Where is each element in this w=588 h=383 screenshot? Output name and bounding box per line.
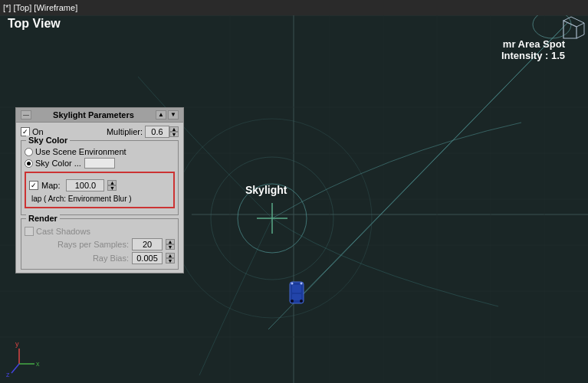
skylight-parameters-panel: — Skylight Parameters ▲ ▼ On Multiplier:… xyxy=(15,107,184,273)
sky-color-title: Sky Color xyxy=(26,136,70,145)
svg-point-20 xyxy=(211,157,333,280)
sky-color-swatch[interactable] xyxy=(84,158,115,169)
sky-color-row: Sky Color ... xyxy=(25,158,175,169)
map-spinner[interactable]: ▲ ▼ xyxy=(107,180,117,191)
cast-shadows-text: Cast Shadows xyxy=(36,227,90,236)
render-title: Render xyxy=(26,214,60,223)
cast-shadows-row: Cast Shadows xyxy=(25,227,175,236)
multiplier-up[interactable]: ▲ xyxy=(169,126,179,132)
ray-bias-up[interactable]: ▲ xyxy=(166,253,175,258)
multiplier-input[interactable]: 0.6 xyxy=(145,126,169,138)
skylight-label: Skylight xyxy=(245,184,287,196)
panel-titlebar: — Skylight Parameters ▲ ▼ xyxy=(16,108,183,123)
panel-minimize-btn[interactable]: — xyxy=(21,110,31,119)
svg-rect-25 xyxy=(292,285,301,293)
ray-bias-input[interactable]: 0.005 xyxy=(132,252,163,264)
multiplier-down[interactable]: ▼ xyxy=(169,132,179,137)
panel-down-btn[interactable]: ▼ xyxy=(168,110,179,119)
svg-rect-26 xyxy=(292,294,301,300)
view-title: Top View xyxy=(8,17,61,31)
svg-point-21 xyxy=(172,119,372,318)
rays-per-samples-label: Rays per Samples: xyxy=(57,240,129,249)
svg-line-42 xyxy=(577,34,584,38)
render-content: Cast Shadows Rays per Samples: 20 ▲ ▼ Ra… xyxy=(25,227,175,264)
svg-text:z: z xyxy=(6,371,10,378)
map-group: Map: 100.0 ▲ ▼ lap ( Arch: Environment B… xyxy=(25,172,175,208)
sky-color-radio[interactable] xyxy=(25,159,33,168)
svg-line-17 xyxy=(268,23,567,329)
svg-point-27 xyxy=(291,300,294,303)
spot-label-line1: mr Area Spot xyxy=(503,38,565,50)
use-scene-env-text: Use Scene Environment xyxy=(35,147,126,156)
top-bar: [*] [Top] [Wireframe] xyxy=(0,0,588,15)
map-down[interactable]: ▼ xyxy=(107,185,117,191)
render-group: Render Cast Shadows Rays per Samples: 20… xyxy=(21,218,179,270)
spot-label: mr Area Spot Intensity : 1.5 xyxy=(501,38,565,61)
svg-point-28 xyxy=(300,300,303,303)
cast-shadows-checkbox[interactable] xyxy=(25,227,34,236)
multiplier-spinner[interactable]: ▲ ▼ xyxy=(169,126,179,137)
rays-per-samples-row: Rays per Samples: 20 ▲ ▼ xyxy=(25,238,175,250)
panel-up-btn[interactable]: ▲ xyxy=(156,110,166,119)
ray-bias-label: Ray Bias: xyxy=(93,254,129,263)
map-label-row: lap ( Arch: Environment Blur ) xyxy=(29,194,170,204)
multiplier-label: Multiplier: xyxy=(107,127,143,136)
cast-shadows-label[interactable]: Cast Shadows xyxy=(25,227,90,236)
ray-bias-spinner[interactable]: ▲ ▼ xyxy=(166,253,175,264)
svg-marker-37 xyxy=(563,21,577,38)
svg-point-29 xyxy=(291,283,294,285)
panel-title: Skylight Parameters xyxy=(53,110,134,119)
svg-text:y: y xyxy=(15,340,19,348)
spot-label-line2: Intensity : 1.5 xyxy=(501,50,565,61)
use-scene-env-radio[interactable] xyxy=(25,148,33,156)
top-bar-label: [*] [Top] [Wireframe] xyxy=(3,3,77,12)
ray-bias-row: Ray Bias: 0.005 ▲ ▼ xyxy=(25,252,175,264)
svg-rect-24 xyxy=(290,282,304,303)
svg-line-16 xyxy=(299,23,567,299)
svg-point-30 xyxy=(301,283,303,285)
panel-controls: ▲ ▼ xyxy=(156,110,179,119)
sky-color-content: Use Scene Environment Sky Color ... xyxy=(25,147,175,208)
sky-color-group: Sky Color Use Scene Environment Sky Colo… xyxy=(21,140,179,215)
map-value-input[interactable]: 100.0 xyxy=(66,179,104,192)
sky-color-text: Sky Color ... xyxy=(35,159,81,168)
rays-up[interactable]: ▲ xyxy=(166,239,175,244)
svg-line-40 xyxy=(571,17,584,23)
rays-spinner[interactable]: ▲ ▼ xyxy=(166,239,175,250)
map-full-label[interactable]: lap ( Arch: Environment Blur ) xyxy=(29,194,134,204)
svg-line-35 xyxy=(11,364,19,373)
ray-bias-down[interactable]: ▼ xyxy=(166,258,175,264)
panel-body: On Multiplier: 0.6 ▲ ▼ Sky Color Use Sce… xyxy=(16,123,183,273)
svg-line-39 xyxy=(577,23,584,27)
rays-per-samples-input[interactable]: 20 xyxy=(132,238,163,250)
map-content: Map: 100.0 ▲ ▼ lap ( Arch: Environment B… xyxy=(29,179,170,204)
sky-color-radio-label[interactable]: Sky Color ... xyxy=(25,159,81,168)
map-up[interactable]: ▲ xyxy=(107,180,117,185)
use-scene-env-label[interactable]: Use Scene Environment xyxy=(25,147,175,156)
map-row: Map: 100.0 ▲ ▼ xyxy=(29,179,170,192)
svg-line-38 xyxy=(563,17,571,21)
svg-text:x: x xyxy=(36,360,40,368)
map-checkbox[interactable] xyxy=(29,181,38,190)
rays-down[interactable]: ▼ xyxy=(166,244,175,250)
map-label: Map: xyxy=(41,181,60,190)
